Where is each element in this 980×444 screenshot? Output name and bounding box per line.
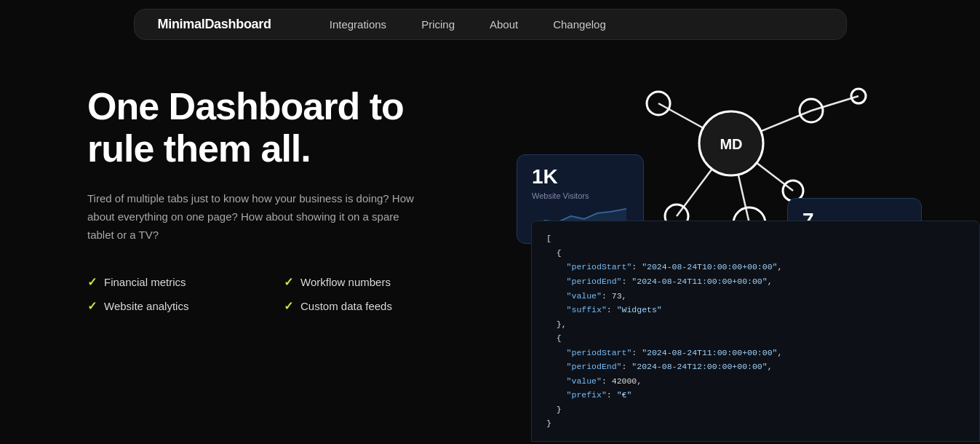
main-container: One Dashboard to rule them all. Tired of… bbox=[0, 49, 980, 442]
feature-workflow: ✓ Workflow numbers bbox=[284, 275, 437, 289]
nav-pricing[interactable]: Pricing bbox=[421, 18, 455, 31]
hero-left: One Dashboard to rule them all. Tired of… bbox=[0, 49, 495, 442]
feature-label-financial: Financial metrics bbox=[104, 276, 186, 288]
hero-description: Tired of multiple tabs just to know how … bbox=[87, 190, 422, 244]
navbar-wrapper: MinimalDashboard Integrations Pricing Ab… bbox=[0, 0, 980, 49]
features-grid: ✓ Financial metrics ✓ Workflow numbers ✓… bbox=[87, 275, 437, 313]
feature-analytics: ✓ Website analytics bbox=[87, 299, 240, 313]
widget-visitors-label: Website Visitors bbox=[532, 191, 629, 200]
feature-label-analytics: Website analytics bbox=[104, 300, 188, 312]
nav-changelog[interactable]: Changelog bbox=[553, 18, 606, 31]
nav-links: Integrations Pricing About Changelog bbox=[330, 18, 606, 31]
check-icon-custom: ✓ bbox=[284, 299, 293, 313]
feature-custom: ✓ Custom data feeds bbox=[284, 299, 437, 313]
check-icon-financial: ✓ bbox=[87, 275, 97, 289]
navbar: MinimalDashboard Integrations Pricing Ab… bbox=[134, 9, 847, 40]
hero-right: MD 1K Website Visitors 7 New Subscriptio… bbox=[495, 49, 980, 442]
nav-about[interactable]: About bbox=[490, 18, 518, 31]
check-icon-analytics: ✓ bbox=[87, 299, 97, 313]
feature-financial: ✓ Financial metrics bbox=[87, 275, 240, 289]
hero-title: One Dashboard to rule them all. bbox=[87, 85, 437, 170]
code-block: [ { "periodStart": "2024-08-24T10:00:00+… bbox=[531, 221, 980, 442]
feature-label-workflow: Workflow numbers bbox=[300, 276, 391, 288]
feature-label-custom: Custom data feeds bbox=[300, 300, 392, 312]
check-icon-workflow: ✓ bbox=[284, 275, 293, 289]
svg-text:MD: MD bbox=[720, 136, 742, 152]
widget-visitors-number: 1K bbox=[532, 167, 629, 187]
nav-integrations[interactable]: Integrations bbox=[330, 18, 386, 31]
brand-logo[interactable]: MinimalDashboard bbox=[158, 17, 271, 32]
svg-line-8 bbox=[811, 96, 859, 111]
